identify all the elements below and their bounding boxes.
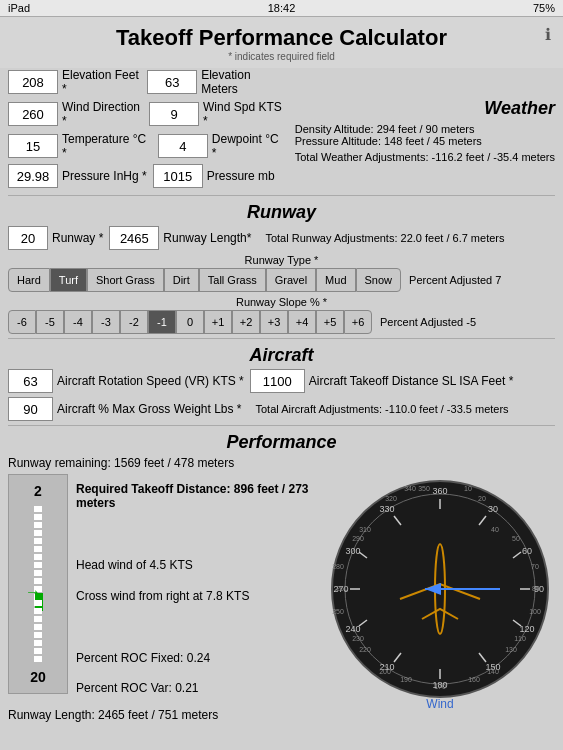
slope-btn-plus5[interactable]: +5 <box>316 310 344 334</box>
svg-text:250: 250 <box>332 608 344 615</box>
runway-visual: 2 → 20 <box>8 474 68 694</box>
svg-text:310: 310 <box>359 526 371 533</box>
head-wind-text: Head wind of 4.5 KTS <box>76 558 317 572</box>
percent-adj-slope: Percent Adjusted -5 <box>380 316 476 328</box>
slope-btn-plus4[interactable]: +4 <box>288 310 316 334</box>
slope-btn-minus3[interactable]: -3 <box>92 310 120 334</box>
perf-info: Required Takeoff Distance: 896 feet / 27… <box>76 474 317 704</box>
runway-length-input[interactable]: 2465 <box>109 226 159 250</box>
svg-text:320: 320 <box>385 495 397 502</box>
svg-text:260: 260 <box>336 585 348 592</box>
slope-btn-minus2[interactable]: -2 <box>120 310 148 334</box>
temp-input[interactable]: 15 <box>8 134 58 158</box>
slope-btn-plus6[interactable]: +6 <box>344 310 372 334</box>
svg-text:170: 170 <box>434 683 446 690</box>
slope-btn-plus1[interactable]: +1 <box>204 310 232 334</box>
runway-type-btn-turf[interactable]: Turf <box>50 268 87 292</box>
battery-label: 75% <box>533 2 555 14</box>
svg-text:340: 340 <box>404 485 416 492</box>
required-takeoff-text: Required Takeoff Distance: 896 feet / 27… <box>76 482 317 510</box>
slope-btn-minus6[interactable]: -6 <box>8 310 36 334</box>
aircraft-section-header: Aircraft <box>8 342 555 369</box>
svg-text:50: 50 <box>512 535 520 542</box>
runway-type-label: Runway Type * <box>8 254 555 266</box>
pressure-inhg-input[interactable]: 29.98 <box>8 164 58 188</box>
svg-text:60: 60 <box>522 546 532 556</box>
svg-text:350: 350 <box>418 485 430 492</box>
performance-section-header: Performance <box>8 429 555 456</box>
runway-num-bottom: 20 <box>30 669 46 685</box>
runway-type-btn-tall-grass[interactable]: Tall Grass <box>199 268 266 292</box>
svg-text:20: 20 <box>478 495 486 502</box>
runway-type-selector: HardTurfShort GrassDirtTall GrassGravelM… <box>8 268 555 292</box>
runway-input[interactable]: 20 <box>8 226 48 250</box>
runway-type-btn-hard[interactable]: Hard <box>8 268 50 292</box>
svg-text:220: 220 <box>359 646 371 653</box>
density-alt-text: Density Altitude: 294 feet / 90 meters <box>295 123 555 135</box>
aircraft-total-adj: Total Aircraft Adjustments: -110.0 feet … <box>256 403 509 415</box>
svg-text:190: 190 <box>400 676 412 683</box>
runway-type-btn-dirt[interactable]: Dirt <box>164 268 199 292</box>
elevation-feet-label: Elevation Feet * <box>62 68 141 96</box>
runway-type-btn-snow[interactable]: Snow <box>356 268 402 292</box>
takeoff-dist-label: Aircraft Takeoff Distance SL ISA Feet * <box>309 374 514 388</box>
dewpoint-label: Dewpoint °C * <box>212 132 285 160</box>
info-icon[interactable]: ℹ <box>545 25 551 44</box>
gross-weight-input[interactable]: 90 <box>8 397 53 421</box>
gross-weight-label: Aircraft % Max Gross Weight Lbs * <box>57 402 242 416</box>
svg-text:240: 240 <box>345 624 360 634</box>
svg-text:290: 290 <box>352 535 364 542</box>
pressure-mb-input[interactable]: 1015 <box>153 164 203 188</box>
pressure-inhg-label: Pressure InHg * <box>62 169 147 183</box>
runway-total-adj: Total Runway Adjustments: 22.0 feet / 6.… <box>265 232 555 244</box>
slope-btn-0[interactable]: 0 <box>176 310 204 334</box>
wind-dir-input[interactable]: 260 <box>8 102 58 126</box>
runway-num-top: 2 <box>34 483 42 499</box>
elevation-meters-input[interactable]: 63 <box>147 70 197 94</box>
pressure-mb-label: Pressure mb <box>207 169 275 183</box>
time-label: 18:42 <box>268 2 296 14</box>
compass: 360 30 60 90 120 150 <box>325 474 555 704</box>
runway-type-btn-short-grass[interactable]: Short Grass <box>87 268 164 292</box>
slope-btn-minus1[interactable]: -1 <box>148 310 176 334</box>
dewpoint-input[interactable]: 4 <box>158 134 208 158</box>
runway-remaining-text: Runway remaining: 1569 feet / 478 meters <box>8 456 555 470</box>
svg-text:200: 200 <box>379 668 391 675</box>
runway-label: Runway * <box>52 231 103 245</box>
svg-text:300: 300 <box>345 546 360 556</box>
weather-section-header: Weather <box>295 98 555 119</box>
runway-length-label: Runway Length* <box>163 231 251 245</box>
svg-text:230: 230 <box>352 635 364 642</box>
slope-btn-minus5[interactable]: -5 <box>36 310 64 334</box>
subtitle: * indicates required field <box>116 51 447 66</box>
pressure-alt-text: Pressure Altitude: 148 feet / 45 meters <box>295 135 555 147</box>
cross-wind-text: Cross wind from right at 7.8 KTS <box>76 589 317 603</box>
runway-type-btn-mud[interactable]: Mud <box>316 268 355 292</box>
slope-btn-plus2[interactable]: +2 <box>232 310 260 334</box>
svg-text:40: 40 <box>491 526 499 533</box>
page-title: Takeoff Performance Calculator <box>116 19 447 51</box>
svg-text:330: 330 <box>379 504 394 514</box>
slope-btn-minus4[interactable]: -4 <box>64 310 92 334</box>
wind-spd-input[interactable]: 9 <box>149 102 199 126</box>
slope-btn-plus3[interactable]: +3 <box>260 310 288 334</box>
svg-text:70: 70 <box>531 563 539 570</box>
takeoff-dist-input[interactable]: 1100 <box>250 369 305 393</box>
svg-text:30: 30 <box>488 504 498 514</box>
slope-label: Runway Slope % * <box>8 296 555 308</box>
runway-type-btn-gravel[interactable]: Gravel <box>266 268 316 292</box>
runway-section-header: Runway <box>8 199 555 226</box>
elevation-meters-label: Elevation Meters <box>201 68 285 96</box>
svg-text:140: 140 <box>487 668 499 675</box>
percent-adj-type: Percent Adjusted 7 <box>409 274 501 286</box>
weather-total-adj: Total Weather Adjustments: -116.2 feet /… <box>295 151 555 163</box>
elevation-feet-input[interactable]: 208 <box>8 70 58 94</box>
svg-text:110: 110 <box>514 635 526 642</box>
ipad-label: iPad <box>8 2 30 14</box>
rotation-speed-label: Aircraft Rotation Speed (VR) KTS * <box>57 374 244 388</box>
svg-text:130: 130 <box>505 646 517 653</box>
wind-dir-label: Wind Direction * <box>62 100 143 128</box>
svg-text:280: 280 <box>332 563 344 570</box>
svg-text:10: 10 <box>464 485 472 492</box>
rotation-speed-input[interactable]: 63 <box>8 369 53 393</box>
